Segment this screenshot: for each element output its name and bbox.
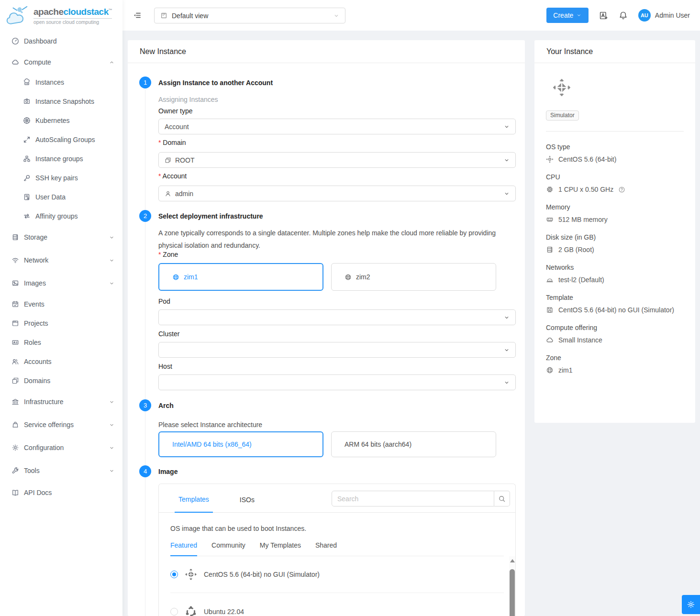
sidebar-item-network[interactable]: Network: [0, 249, 122, 272]
sidebar-item-api-docs[interactable]: API Docs: [0, 482, 122, 503]
subtab-shared[interactable]: Shared: [315, 541, 337, 556]
expand-arrows-icon: [23, 136, 31, 143]
summary-title-row: Your Instance: [534, 40, 695, 63]
cloud-icon: [11, 58, 19, 66]
header-actions: Create AU Admin User: [546, 0, 690, 31]
summary-section-zone: Zone zim1: [546, 354, 684, 374]
radio-selected-icon[interactable]: [170, 571, 178, 578]
sidebar-item-compute[interactable]: Compute: [0, 52, 122, 73]
tab-isos[interactable]: ISOs: [236, 496, 258, 512]
brand-tagline: open source cloud computing: [33, 18, 112, 25]
sidebar-item-dashboard[interactable]: Dashboard: [0, 31, 122, 52]
gear-icon: [687, 600, 695, 609]
step3-title: Arch: [158, 402, 174, 409]
cluster-select[interactable]: [158, 342, 516, 358]
sidebar-item-instance-groups[interactable]: Instance groups: [0, 149, 122, 168]
sidebar-item-instance-snapshots[interactable]: Instance Snapshots: [0, 92, 122, 111]
chevron-down-icon: [504, 157, 510, 163]
key-icon: [23, 174, 31, 182]
chevron-down-icon: [504, 191, 510, 197]
arch-card-arm[interactable]: ARM 64 bits (aarch64): [331, 431, 496, 457]
sidebar-item-storage[interactable]: Storage: [0, 226, 122, 249]
chevron-down-icon: [504, 380, 510, 385]
bell-icon[interactable]: [619, 11, 628, 20]
id-card-icon: [11, 339, 19, 346]
sidebar-item-affinity-groups[interactable]: Affinity groups: [0, 207, 122, 226]
sidebar-item-configuration[interactable]: Configuration: [0, 436, 122, 459]
arch-card-x86[interactable]: Intel/AMD 64 bits (x86_64): [158, 431, 323, 457]
picture-icon: [11, 279, 19, 287]
search-button[interactable]: [494, 491, 510, 506]
sidebar-item-instances[interactable]: Instances: [0, 73, 122, 92]
sidebar-item-tools[interactable]: Tools: [0, 459, 122, 482]
globe-icon: [546, 366, 554, 374]
sidebar-item-projects[interactable]: Projects: [0, 314, 122, 333]
account-select[interactable]: admin: [158, 186, 516, 201]
sidebar-item-events[interactable]: Events: [0, 295, 122, 314]
template-list-scrollbar[interactable]: [509, 556, 515, 616]
panel-title-row: New Instance: [128, 40, 525, 63]
cpu-icon: [546, 186, 554, 193]
image-tabs: Templates ISOs: [159, 484, 515, 513]
chevron-down-icon: [109, 468, 114, 473]
create-button[interactable]: Create: [546, 8, 589, 23]
account-label: Account: [158, 172, 187, 180]
bank-icon: [11, 398, 19, 406]
sidebar-item-infrastructure[interactable]: Infrastructure: [0, 390, 122, 413]
disk-icon: [546, 246, 554, 253]
sidebar-item-kubernetes[interactable]: Kubernetes: [0, 111, 122, 130]
image-picker: Templates ISOs OS image that can be used…: [158, 484, 516, 616]
tab-templates[interactable]: Templates: [175, 495, 213, 513]
top-header: Default view Create AU Admin User: [122, 0, 700, 31]
image-body: OS image that can be used to boot Instan…: [159, 525, 515, 616]
step4-title: Image: [158, 468, 178, 475]
chevron-down-icon: [504, 315, 510, 320]
radio-unselected-icon[interactable]: [170, 608, 178, 616]
step4-number: 4: [139, 465, 151, 477]
subtab-featured[interactable]: Featured: [170, 541, 197, 556]
owner-type-select[interactable]: Account: [158, 119, 516, 134]
sidebar-item-accounts[interactable]: Accounts: [0, 352, 122, 371]
template-row-centos[interactable]: CentOS 5.6 (64-bit) no GUI (Simulator): [170, 556, 504, 593]
sidebar-item-images[interactable]: Images: [0, 272, 122, 295]
template-row-ubuntu[interactable]: Ubuntu 22.04: [170, 593, 504, 616]
chevron-down-icon: [109, 235, 114, 240]
sidebar-item-autoscaling-groups[interactable]: AutoScaling Groups: [0, 130, 122, 149]
summary-section-memory: Memory 512 MB memory: [546, 203, 684, 223]
zone-card-zim1[interactable]: zim1: [158, 263, 323, 291]
domain-select[interactable]: ROOT: [158, 152, 516, 168]
pod-select[interactable]: [158, 309, 516, 325]
book-icon: [11, 489, 19, 496]
scroll-up-arrow-icon[interactable]: [510, 559, 515, 562]
template-icon: [546, 306, 554, 314]
search-input[interactable]: [332, 491, 494, 506]
sidebar-item-roles[interactable]: Roles: [0, 333, 122, 352]
sidebar-item-service-offerings[interactable]: Service offerings: [0, 413, 122, 436]
summary-section-os-type: OS type CentOS 5.6 (64-bit): [546, 143, 684, 163]
step1-helper: Assigning Instances: [158, 96, 218, 103]
language-add-icon[interactable]: [599, 11, 608, 20]
step3-number: 3: [139, 399, 151, 411]
gear-icon: [11, 444, 19, 451]
sidebar-item-domains[interactable]: Domains: [0, 371, 122, 390]
host-select[interactable]: [158, 374, 516, 390]
settings-fab-button[interactable]: [682, 595, 700, 614]
step1-number: 1: [139, 77, 151, 88]
host-label: Host: [158, 363, 172, 370]
globe-icon: [172, 274, 179, 281]
help-circle-icon[interactable]: [618, 186, 625, 193]
pod-label: Pod: [158, 297, 170, 305]
block-icon: [11, 377, 19, 385]
subtab-my-templates[interactable]: My Templates: [260, 541, 301, 556]
sidebar-item-user-data[interactable]: User Data: [0, 187, 122, 207]
scrollbar-thumb[interactable]: [510, 569, 515, 616]
zone-card-zim2[interactable]: zim2: [331, 263, 496, 291]
calendar-check-icon: [11, 300, 19, 308]
menu-fold-icon[interactable]: [133, 11, 142, 20]
subtab-community[interactable]: Community: [211, 541, 245, 556]
sidebar: apachecloudstack™ open source cloud comp…: [0, 0, 122, 616]
view-selector[interactable]: Default view: [154, 8, 345, 23]
dashboard-icon: [11, 37, 19, 45]
sidebar-item-ssh-key-pairs[interactable]: SSH key pairs: [0, 168, 122, 187]
user-menu[interactable]: AU Admin User: [638, 9, 690, 22]
